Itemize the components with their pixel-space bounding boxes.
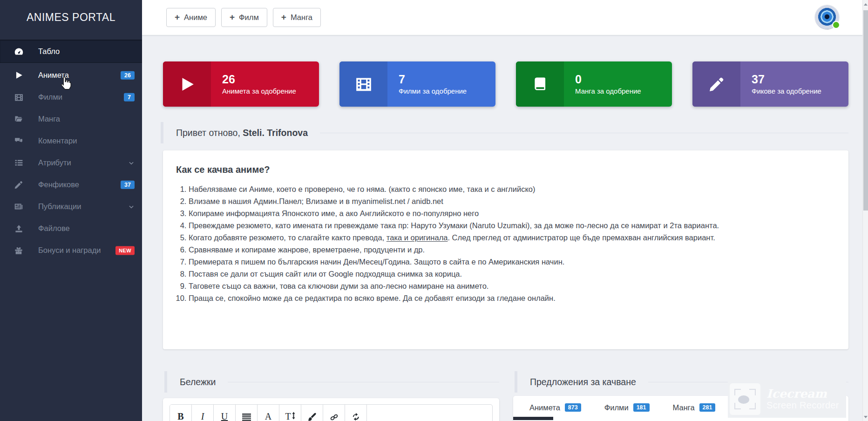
sidebar-item-label: Манга — [38, 115, 60, 123]
stat-value: 37 — [752, 73, 848, 86]
italic-icon: I — [201, 412, 204, 421]
sidebar: ANIMES PORTAL ТаблоАнимета26Филми7МангаК… — [0, 0, 142, 421]
howto-step: Влизаме в нашия Админ.Панел; Влизаме и в… — [189, 195, 822, 207]
sidebar-item-label: Фенфикове — [38, 180, 79, 189]
plus-icon: + — [281, 14, 286, 20]
text-height-button[interactable]: T — [279, 405, 301, 421]
sidebar-nav: ТаблоАнимета26Филми7МангаКоментариАтрибу… — [0, 40, 142, 261]
app-title: ANIMES PORTAL — [0, 0, 142, 35]
sidebar-item-animes[interactable]: Анимета26 — [0, 64, 142, 86]
underline-icon: U — [221, 412, 228, 421]
stat-value: 26 — [222, 73, 319, 86]
justify-button[interactable] — [236, 405, 258, 421]
sidebar-item-attributes[interactable]: Атрибути — [0, 152, 142, 174]
screen-recorder-watermark: Icecream Screen Recorder — [728, 380, 846, 418]
tab-label: Анимета — [529, 403, 560, 412]
folder-icon — [13, 114, 24, 124]
stat-card-manga-pending[interactable]: 0Манга за одобрение — [516, 61, 672, 107]
page-scrollbar[interactable] — [862, 0, 868, 421]
comments-icon — [13, 136, 24, 146]
recycle-button[interactable] — [345, 405, 367, 421]
pencil-icon — [692, 61, 740, 107]
link-button[interactable] — [323, 405, 345, 421]
sidebar-item-bonuses[interactable]: Бонуси и наградиNEW — [0, 239, 142, 261]
watermark-text: Icecream Screen Recorder — [766, 387, 839, 411]
sidebar-item-publications[interactable]: Публикации — [0, 196, 142, 217]
brush-icon — [307, 412, 317, 421]
add-anime-button[interactable]: +Аниме — [166, 8, 216, 27]
play-icon — [163, 61, 211, 107]
howto-step: Набелязваме си Аниме, което е проверено,… — [189, 183, 822, 195]
brush-button[interactable] — [301, 405, 323, 421]
howto-step: Таговете също са важни, това са ключови … — [189, 280, 822, 292]
recycle-icon — [351, 412, 360, 421]
plus-icon: + — [230, 14, 235, 20]
count-badge: 26 — [121, 71, 135, 80]
howto-title: Как се качва аниме? — [176, 164, 822, 175]
tab-label: Манга — [673, 403, 695, 412]
howto-step: Праща се, спокойно може да се редактира … — [189, 292, 822, 304]
plus-icon: + — [175, 14, 180, 20]
sidebar-item-label: Файлове — [38, 224, 70, 233]
font-color-button[interactable]: A — [258, 405, 279, 421]
tab-count-badge: 181 — [633, 403, 650, 412]
add-film-button[interactable]: +Филм — [221, 8, 267, 27]
sidebar-item-label: Коментари — [38, 136, 77, 145]
newspaper-icon — [13, 202, 24, 212]
italic-button[interactable]: I — [192, 405, 214, 421]
section-accent-bar — [161, 122, 163, 143]
sidebar-item-comments[interactable]: Коментари — [0, 130, 142, 152]
gauge-icon — [13, 46, 24, 56]
active-tab-underline — [513, 417, 553, 420]
tab-анимета[interactable]: Анимета873 — [518, 396, 593, 419]
stat-body: 26Анимета за одобрение — [211, 61, 319, 107]
user-avatar[interactable] — [815, 5, 839, 29]
howto-step: Поставя се дали от същия сайт или от Goo… — [189, 268, 822, 280]
greeting-text: Привет отново, Steli. Trifonova — [176, 128, 308, 138]
font-color-icon: A — [265, 412, 271, 421]
gift-icon — [13, 245, 24, 256]
watermark-line2: Screen Recorder — [766, 400, 839, 411]
play-icon — [13, 70, 24, 81]
stat-card-animes-pending[interactable]: 26Анимета за одобрение — [163, 61, 319, 107]
greeting-prefix: Привет отново, — [176, 128, 240, 138]
upload-icon — [13, 224, 24, 234]
scroll-down-arrow[interactable] — [863, 414, 868, 420]
list-icon — [13, 158, 24, 168]
sidebar-item-dashboard[interactable]: Табло — [0, 40, 142, 63]
greeting-username: Steli. Trifonova — [243, 128, 308, 138]
sidebar-item-label: Атрибути — [38, 158, 71, 167]
underline-button[interactable]: U — [214, 405, 236, 421]
bold-button[interactable]: B — [170, 405, 192, 421]
howto-card: Как се качва аниме? Набелязваме си Аниме… — [163, 150, 848, 349]
greeting-section: Привет отново, Steli. Trifonova — [161, 122, 848, 143]
stat-body: 0Манга за одобрение — [564, 61, 672, 107]
sidebar-item-files[interactable]: Файлове — [0, 217, 142, 239]
tab-филми[interactable]: Филми181 — [593, 396, 661, 419]
bold-icon: B — [177, 412, 183, 421]
count-badge: 37 — [121, 180, 135, 189]
scroll-up-arrow[interactable] — [863, 1, 868, 7]
chevron-down-icon — [128, 204, 135, 210]
howto-step: Когато добавяте резюмето, то слагайте ка… — [189, 231, 822, 244]
stat-label: Анимета за одобрение — [222, 87, 319, 95]
sidebar-item-label: Публикации — [38, 202, 81, 211]
link-icon — [329, 413, 339, 421]
stat-body: 7Филми за одобрение — [387, 61, 495, 107]
howto-step: Копираме информацията Японското име, а а… — [189, 207, 822, 219]
stat-card-fics-pending[interactable]: 37Фикове за одобрение — [692, 61, 848, 107]
sidebar-item-films[interactable]: Филми7 — [0, 86, 142, 108]
notes-title: Бележки — [180, 377, 216, 387]
stat-card-films-pending[interactable]: 7Филми за одобрение — [339, 61, 495, 107]
scrollbar-thumb[interactable] — [863, 10, 868, 210]
suggestions-title: Предложения за качване — [530, 377, 636, 387]
sidebar-item-fanfics[interactable]: Фенфикове37 — [0, 174, 142, 196]
stat-label: Фикове за одобрение — [752, 87, 848, 95]
tab-манга[interactable]: Манга281 — [661, 396, 727, 419]
film-icon — [339, 61, 387, 107]
howto-step: Превеждаме резюмето, като имената ги пре… — [189, 219, 822, 231]
online-status-dot — [832, 21, 840, 29]
divider-line — [228, 382, 499, 382]
sidebar-item-manga[interactable]: Манга — [0, 108, 142, 130]
add-manga-button[interactable]: +Манга — [273, 8, 321, 27]
